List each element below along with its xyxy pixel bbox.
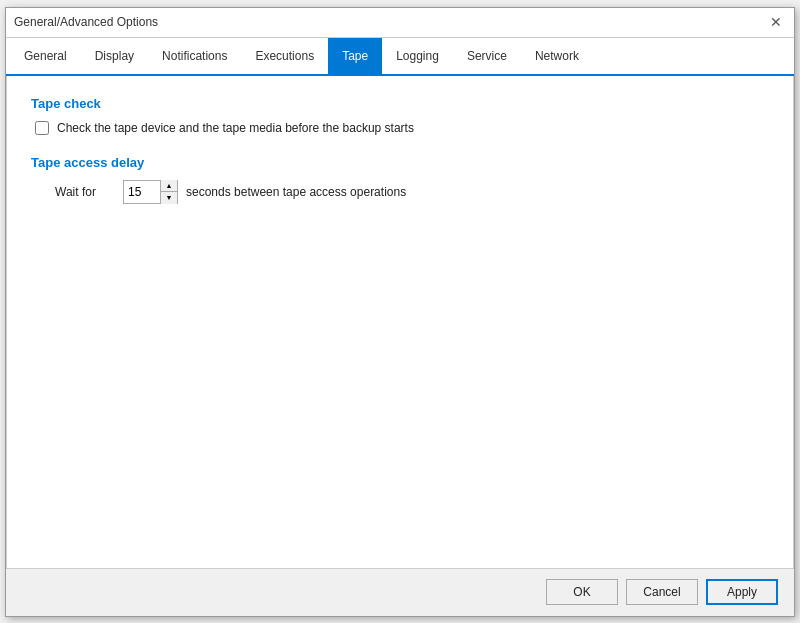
wait-for-label: Wait for	[55, 185, 115, 199]
tape-access-delay-section: Tape access delay Wait for ▲ ▼ seconds b…	[31, 155, 769, 204]
cancel-button[interactable]: Cancel	[626, 579, 698, 605]
content-area: Tape check Check the tape device and the…	[6, 76, 794, 568]
tape-access-delay-title: Tape access delay	[31, 155, 769, 170]
tape-check-label: Check the tape device and the tape media…	[57, 121, 414, 135]
tape-check-row: Check the tape device and the tape media…	[35, 121, 769, 135]
tab-tape[interactable]: Tape	[328, 38, 382, 74]
apply-button[interactable]: Apply	[706, 579, 778, 605]
tape-check-title: Tape check	[31, 96, 769, 111]
delay-value-input[interactable]	[124, 181, 160, 203]
tab-notifications[interactable]: Notifications	[148, 38, 241, 74]
tab-bar: General Display Notifications Executions…	[6, 38, 794, 76]
tape-check-section: Tape check Check the tape device and the…	[31, 96, 769, 135]
close-icon: ✕	[770, 14, 782, 30]
spin-up-button[interactable]: ▲	[161, 180, 177, 192]
dialog-window: General/Advanced Options ✕ General Displ…	[5, 7, 795, 617]
spinner-control: ▲ ▼	[123, 180, 178, 204]
spin-down-button[interactable]: ▼	[161, 192, 177, 204]
tab-service[interactable]: Service	[453, 38, 521, 74]
close-button[interactable]: ✕	[766, 12, 786, 32]
ok-button[interactable]: OK	[546, 579, 618, 605]
spin-down-icon: ▼	[166, 194, 173, 201]
tab-general[interactable]: General	[10, 38, 81, 74]
spin-up-icon: ▲	[166, 182, 173, 189]
dialog-title: General/Advanced Options	[14, 15, 158, 29]
title-bar: General/Advanced Options ✕	[6, 8, 794, 38]
tab-executions[interactable]: Executions	[241, 38, 328, 74]
delay-description: seconds between tape access operations	[186, 185, 406, 199]
tape-check-checkbox[interactable]	[35, 121, 49, 135]
tab-network[interactable]: Network	[521, 38, 593, 74]
footer: OK Cancel Apply	[6, 568, 794, 616]
spinner-buttons: ▲ ▼	[160, 180, 177, 204]
tab-logging[interactable]: Logging	[382, 38, 453, 74]
access-delay-row: Wait for ▲ ▼ seconds between tape access…	[55, 180, 769, 204]
tab-display[interactable]: Display	[81, 38, 148, 74]
